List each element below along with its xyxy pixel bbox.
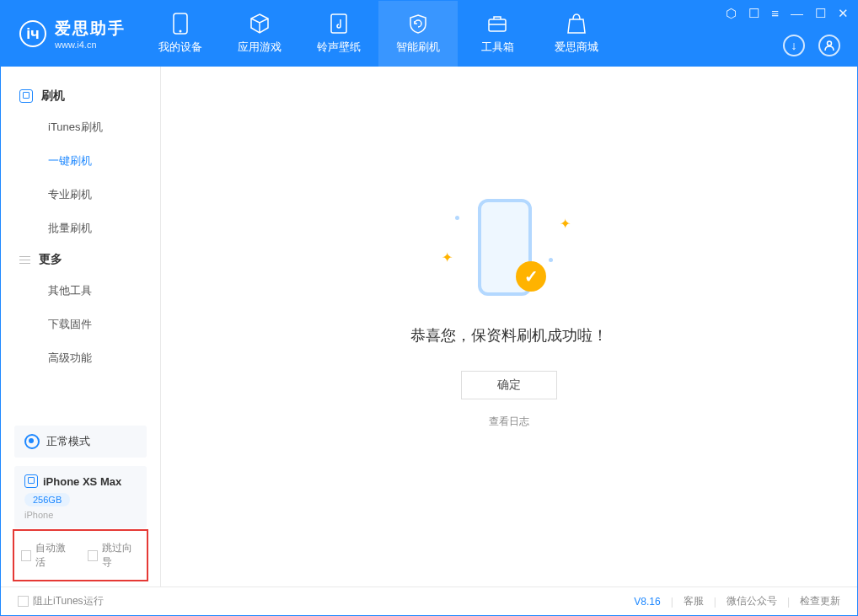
app-title: 爱思助手 (55, 18, 126, 40)
check-icon: ✓ (516, 261, 546, 292)
list-icon (19, 256, 30, 264)
device-icon (24, 474, 38, 488)
sidebar-group-more: 更多 (1, 245, 160, 274)
tab-label: 应用游戏 (238, 40, 282, 55)
phone-icon (169, 13, 191, 35)
main-content: ✓ ✦ ✦ 恭喜您，保资料刷机成功啦！ 确定 查看日志 (161, 67, 857, 587)
minimize-button[interactable]: — (791, 6, 803, 21)
tab-label: 智能刷机 (396, 40, 440, 55)
feedback-icon[interactable]: ☐ (748, 6, 759, 21)
device-card[interactable]: iPhone XS Max 256GB iPhone (14, 466, 147, 528)
mode-card[interactable]: 正常模式 (14, 426, 147, 458)
tab-my-device[interactable]: 我的设备 (141, 1, 220, 67)
tab-label: 我的设备 (158, 40, 202, 55)
app-subtitle: www.i4.cn (55, 40, 126, 50)
download-button[interactable]: ↓ (783, 35, 805, 56)
checkbox-icon (18, 596, 29, 607)
logo-icon: iч (19, 20, 46, 47)
checkbox-auto-activate[interactable]: 自动激活 (21, 541, 74, 570)
tab-label: 工具箱 (481, 40, 514, 55)
briefcase-icon (486, 13, 508, 35)
device-type: iPhone (24, 510, 137, 520)
storage-badge: 256GB (24, 493, 70, 506)
tab-label: 爱思商城 (555, 40, 598, 55)
ok-button[interactable]: 确定 (461, 371, 557, 399)
checkbox-icon (21, 550, 31, 561)
music-file-icon (328, 13, 350, 35)
sidebar-item-other-tools[interactable]: 其他工具 (1, 274, 160, 308)
sidebar-item-batch-flash[interactable]: 批量刷机 (1, 212, 160, 245)
view-log-link[interactable]: 查看日志 (489, 415, 529, 429)
tab-ringtones[interactable]: 铃声壁纸 (299, 1, 378, 67)
check-update-link[interactable]: 检查更新 (800, 594, 840, 608)
app-logo: iч 爱思助手 www.i4.cn (1, 18, 141, 50)
svg-rect-2 (331, 14, 346, 33)
sidebar-item-pro-flash[interactable]: 专业刷机 (1, 178, 160, 212)
close-button[interactable]: ✕ (838, 6, 849, 21)
checkbox-block-itunes[interactable]: 阻止iTunes运行 (18, 594, 104, 608)
success-illustration: ✓ ✦ ✦ (425, 199, 593, 308)
phone-small-icon (19, 89, 33, 103)
mode-icon (24, 434, 40, 449)
bag-icon (566, 13, 587, 35)
refresh-shield-icon (407, 13, 429, 35)
wechat-link[interactable]: 微信公众号 (727, 594, 777, 608)
tab-label: 铃声壁纸 (317, 40, 361, 55)
checkbox-skip-guide[interactable]: 跳过向导 (88, 541, 141, 570)
support-link[interactable]: 客服 (684, 594, 704, 608)
sidebar-item-itunes-flash[interactable]: iTunes刷机 (1, 110, 160, 144)
svg-point-4 (828, 41, 832, 46)
success-message: 恭喜您，保资料刷机成功啦！ (410, 325, 608, 345)
maximize-button[interactable]: ☐ (815, 6, 826, 21)
shirt-icon[interactable]: ⬡ (726, 6, 737, 21)
cube-icon (249, 13, 271, 35)
sidebar-item-download-firmware[interactable]: 下载固件 (1, 308, 160, 341)
mode-label: 正常模式 (46, 434, 90, 449)
highlighted-options: 自动激活 跳过向导 (13, 529, 148, 581)
svg-point-1 (180, 30, 182, 33)
device-name: iPhone XS Max (43, 475, 121, 488)
version-label: V8.16 (634, 596, 660, 608)
sidebar-group-flash: 刷机 (1, 82, 160, 110)
svg-rect-3 (489, 19, 506, 31)
tab-toolbox[interactable]: 工具箱 (458, 1, 537, 67)
checkbox-icon (88, 550, 98, 561)
user-button[interactable] (818, 35, 840, 56)
menu-icon[interactable]: ≡ (771, 6, 779, 21)
tab-store[interactable]: 爱思商城 (537, 1, 616, 67)
tab-flash[interactable]: 智能刷机 (378, 1, 458, 67)
tab-apps[interactable]: 应用游戏 (220, 1, 299, 67)
sidebar-item-advanced[interactable]: 高级功能 (1, 341, 160, 375)
sidebar-item-oneclick-flash[interactable]: 一键刷机 (1, 144, 160, 178)
